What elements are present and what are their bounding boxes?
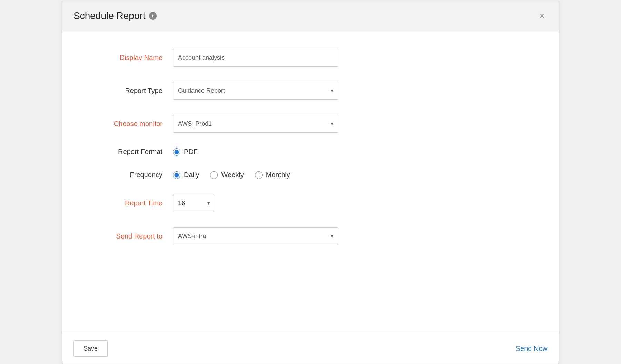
report-type-label: Report Type bbox=[97, 87, 173, 95]
send-report-to-row: Send Report to AWS-infra Azure-team All-… bbox=[97, 227, 524, 245]
frequency-weekly-label: Weekly bbox=[221, 171, 244, 179]
frequency-row: Frequency Daily Weekly Monthly bbox=[97, 171, 524, 179]
info-icon[interactable]: i bbox=[149, 12, 157, 20]
report-type-select[interactable]: Guidance Report Summary Report Detailed … bbox=[173, 82, 338, 100]
send-now-button[interactable]: Send Now bbox=[516, 345, 548, 353]
dialog-title: Schedule Report bbox=[73, 10, 146, 21]
report-time-select[interactable]: 0123 4567 891011 12131415 16171819 20212… bbox=[173, 194, 214, 212]
report-format-control: PDF bbox=[173, 148, 338, 156]
frequency-daily-radio[interactable] bbox=[173, 171, 180, 179]
title-group: Schedule Report i bbox=[73, 10, 157, 21]
schedule-report-dialog: Schedule Report i × Display Name Report … bbox=[62, 0, 559, 364]
dialog-footer: Save Send Now bbox=[62, 333, 559, 364]
report-format-row: Report Format PDF bbox=[97, 148, 524, 156]
report-time-row: Report Time 0123 4567 891011 12131415 16… bbox=[97, 194, 524, 212]
report-type-control: Guidance Report Summary Report Detailed … bbox=[173, 82, 338, 100]
display-name-input[interactable] bbox=[173, 49, 338, 67]
display-name-control bbox=[173, 49, 338, 67]
choose-monitor-control: AWS_Prod1 AWS_Prod2 Azure_Prod1 ▼ bbox=[173, 115, 338, 133]
frequency-monthly-item[interactable]: Monthly bbox=[255, 171, 290, 179]
report-type-row: Report Type Guidance Report Summary Repo… bbox=[97, 82, 524, 100]
frequency-monthly-radio[interactable] bbox=[255, 171, 263, 179]
choose-monitor-row: Choose monitor AWS_Prod1 AWS_Prod2 Azure… bbox=[97, 115, 524, 133]
choose-monitor-select-wrapper: AWS_Prod1 AWS_Prod2 Azure_Prod1 ▼ bbox=[173, 115, 338, 133]
send-report-to-select[interactable]: AWS-infra Azure-team All-users bbox=[173, 227, 338, 245]
report-time-control: 0123 4567 891011 12131415 16171819 20212… bbox=[173, 194, 338, 212]
report-type-select-wrapper: Guidance Report Summary Report Detailed … bbox=[173, 82, 338, 100]
display-name-label: Display Name bbox=[97, 54, 173, 62]
report-format-label: Report Format bbox=[97, 148, 173, 156]
close-button[interactable]: × bbox=[536, 10, 548, 22]
report-time-label: Report Time bbox=[97, 199, 173, 207]
dialog-body: Display Name Report Type Guidance Report… bbox=[62, 31, 559, 333]
send-report-to-select-wrapper: AWS-infra Azure-team All-users ▼ bbox=[173, 227, 338, 245]
dialog-header: Schedule Report i × bbox=[62, 0, 559, 31]
frequency-weekly-radio[interactable] bbox=[210, 171, 218, 179]
frequency-monthly-label: Monthly bbox=[266, 171, 290, 179]
frequency-daily-item[interactable]: Daily bbox=[173, 171, 199, 179]
report-time-select-wrapper: 0123 4567 891011 12131415 16171819 20212… bbox=[173, 194, 214, 212]
format-pdf-item[interactable]: PDF bbox=[173, 148, 198, 156]
display-name-row: Display Name bbox=[97, 49, 524, 67]
choose-monitor-label: Choose monitor bbox=[97, 120, 173, 128]
frequency-weekly-item[interactable]: Weekly bbox=[210, 171, 244, 179]
send-report-to-label: Send Report to bbox=[97, 232, 173, 240]
report-format-radio-group: PDF bbox=[173, 148, 338, 156]
frequency-control: Daily Weekly Monthly bbox=[173, 171, 338, 179]
send-report-to-control: AWS-infra Azure-team All-users ▼ bbox=[173, 227, 338, 245]
frequency-daily-label: Daily bbox=[184, 171, 199, 179]
frequency-radio-group: Daily Weekly Monthly bbox=[173, 171, 338, 179]
frequency-label: Frequency bbox=[97, 171, 173, 179]
choose-monitor-select[interactable]: AWS_Prod1 AWS_Prod2 Azure_Prod1 bbox=[173, 115, 338, 133]
format-pdf-label: PDF bbox=[184, 148, 198, 156]
save-button[interactable]: Save bbox=[73, 340, 108, 357]
format-pdf-radio[interactable] bbox=[173, 148, 180, 156]
